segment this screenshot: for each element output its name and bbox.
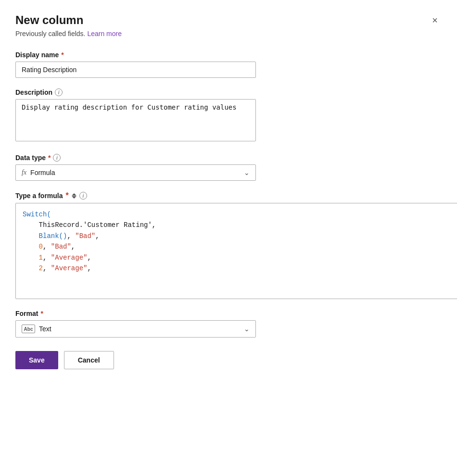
description-input[interactable]: Display rating description for Customer …: [15, 99, 256, 141]
learn-more-link[interactable]: Learn more: [87, 30, 122, 38]
formula-line-1: Switch(: [23, 209, 457, 220]
data-type-value: Formula: [30, 169, 244, 176]
formula-group: Type a formula * i Switch( ThisRecord.'C…: [15, 191, 442, 299]
cancel-button[interactable]: Cancel: [64, 351, 114, 369]
text-format-icon: Abc: [22, 325, 35, 333]
description-label: Description i: [15, 88, 442, 96]
display-name-label: Display name *: [15, 51, 442, 59]
description-group: Description i Display rating description…: [15, 88, 442, 143]
formula-editor[interactable]: Switch( ThisRecord.'Customer Rating', Bl…: [15, 203, 457, 299]
display-name-group: Display name *: [15, 51, 442, 78]
required-star: *: [61, 51, 63, 59]
data-type-select[interactable]: fx Formula ⌄: [15, 164, 256, 181]
display-name-input[interactable]: [15, 62, 256, 78]
sort-icon[interactable]: [72, 193, 76, 199]
formula-label: Type a formula: [15, 192, 63, 200]
formula-line-4: 0, "Bad",: [23, 241, 457, 252]
formula-icon: fx: [22, 169, 26, 176]
required-star-4: *: [40, 310, 43, 317]
formula-line-3: Blank(), "Bad",: [23, 231, 457, 241]
formula-label-row: Type a formula * i: [15, 191, 442, 200]
button-row: Save Cancel: [15, 351, 442, 369]
data-type-info-icon: i: [53, 154, 61, 162]
formula-info-icon: i: [79, 192, 87, 200]
data-type-group: Data type * i fx Formula ⌄: [15, 154, 442, 181]
format-value: Text: [39, 325, 244, 333]
subtitle-text: Previously called fields. Learn more: [15, 30, 442, 38]
save-button[interactable]: Save: [15, 351, 58, 369]
description-info-icon: i: [55, 88, 63, 96]
close-button[interactable]: ×: [428, 13, 442, 27]
formula-line-2: ThisRecord.'Customer Rating',: [23, 220, 457, 230]
dialog-title: New column: [15, 13, 83, 27]
formula-line-6: 2, "Average",: [23, 263, 457, 274]
new-column-dialog: New column × Previously called fields. L…: [0, 0, 457, 476]
format-chevron-icon: ⌄: [244, 325, 250, 333]
format-select[interactable]: Abc Text ⌄: [15, 320, 256, 338]
format-group: Format * Abc Text ⌄: [15, 310, 442, 338]
formula-line-5: 1, "Average",: [23, 252, 457, 263]
data-type-label: Data type * i: [15, 154, 442, 162]
required-star-2: *: [48, 154, 51, 162]
chevron-down-icon: ⌄: [244, 169, 250, 176]
format-label: Format *: [15, 310, 442, 317]
required-star-3: *: [66, 191, 69, 200]
dialog-header: New column ×: [15, 13, 442, 27]
